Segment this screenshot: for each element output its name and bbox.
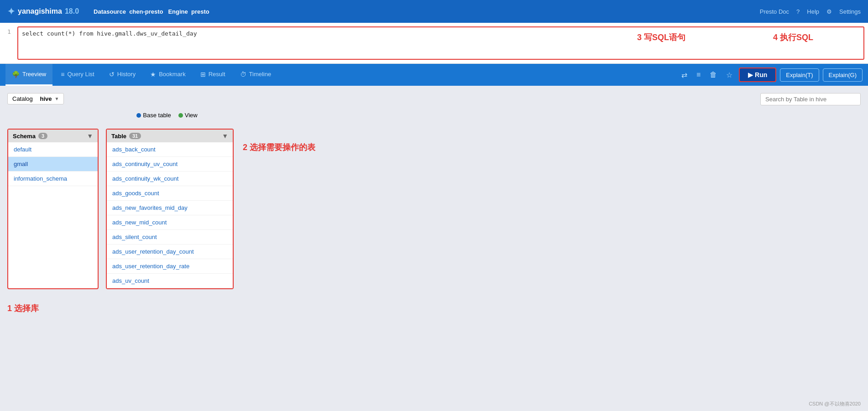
schema-panel-header: Schema 3 ▼ xyxy=(8,130,98,142)
result-icon: ⊞ xyxy=(200,71,206,78)
top-bar-meta: Datasource chen-presto Engine presto xyxy=(94,8,209,15)
catalog-bar: Catalog hive ▼ xyxy=(7,93,235,104)
annotation-select-table: 2 选择需要操作的表 xyxy=(243,142,861,153)
tab-bookmark[interactable]: ★ Bookmark xyxy=(144,64,192,86)
top-bar: ✦ yanagishima 18.0 Datasource chen-prest… xyxy=(0,0,868,23)
tab-treeview[interactable]: 🌳 Treeview xyxy=(5,64,52,86)
tab-querylist[interactable]: ≡ Query List xyxy=(54,64,100,86)
table-item[interactable]: ads_new_mid_count xyxy=(107,215,233,230)
table-item[interactable]: ads_new_favorites_mid_day xyxy=(107,201,233,215)
help-link[interactable]: Help xyxy=(807,8,819,15)
tabs-container: 🌳 Treeview ≡ Query List ↺ History ★ Book… xyxy=(5,64,277,86)
app-name: yanagishima xyxy=(18,7,62,16)
legend-base-table-label: Base table xyxy=(143,112,171,119)
table-item[interactable]: ads_continuity_wk_count xyxy=(107,172,233,186)
schema-filter-icon[interactable]: ▼ xyxy=(87,132,93,140)
table-item[interactable]: ads_silent_count xyxy=(107,230,233,245)
dot-blue xyxy=(136,113,141,118)
schema-item-gmall[interactable]: gmall xyxy=(8,157,98,172)
tab-result[interactable]: ⊞ Result xyxy=(194,64,232,86)
table-list: ads_back_count ads_continuity_uv_count a… xyxy=(107,142,233,288)
annotation-sql: 3 写SQL语句 xyxy=(637,32,685,43)
tab-timeline[interactable]: ⏱ Timeline xyxy=(234,64,278,86)
legend-bar: Base table View xyxy=(136,112,197,119)
editor-area: 1 select count(*) from hive.gmall.dws_uv… xyxy=(0,23,868,64)
top-bar-left: ✦ yanagishima 18.0 Datasource chen-prest… xyxy=(7,6,209,17)
search-input[interactable] xyxy=(760,93,861,105)
right-side: 2 选择需要操作的表 xyxy=(243,93,861,398)
tab-querylist-label: Query List xyxy=(67,71,94,78)
querylist-icon: ≡ xyxy=(61,71,64,78)
explain-t-button[interactable]: Explain(T) xyxy=(780,68,819,82)
table-filter-icon[interactable]: ▼ xyxy=(222,132,228,140)
schema-count-badge: 3 xyxy=(38,133,47,139)
tab-bar: 🌳 Treeview ≡ Query List ↺ History ★ Book… xyxy=(0,64,868,86)
tab-treeview-label: Treeview xyxy=(22,71,46,78)
run-button[interactable]: ▶ Run xyxy=(739,68,776,82)
schema-panel-title: Schema xyxy=(13,133,36,140)
tab-actions: ⇄ ≡ 🗑 ☆ ▶ Run Explain(T) Explain(G) xyxy=(679,68,863,82)
tab-bookmark-label: Bookmark xyxy=(159,71,186,78)
treeview-icon: 🌳 xyxy=(12,71,20,78)
swap-button[interactable]: ⇄ xyxy=(679,69,690,81)
schema-panel: Schema 3 ▼ default gmall information_sch… xyxy=(7,129,99,289)
datasource-label: Datasource xyxy=(94,8,126,15)
engine-value: presto xyxy=(191,8,209,15)
dot-green xyxy=(178,113,183,118)
annotation-select-db: 1 选择库 xyxy=(7,303,235,314)
legend-base-table: Base table xyxy=(136,112,171,119)
table-panel: Table 31 ▼ ads_back_count ads_continuity… xyxy=(106,129,234,289)
tab-history[interactable]: ↺ History xyxy=(103,64,142,86)
bookmark-icon: ★ xyxy=(150,71,156,78)
logo-icon: ✦ xyxy=(7,6,15,17)
timeline-icon: ⏱ xyxy=(240,71,246,78)
tab-timeline-label: Timeline xyxy=(249,71,272,78)
datasource-value: chen-presto xyxy=(129,8,163,15)
engine-label: Engine xyxy=(168,8,188,15)
sql-editor[interactable]: select count(*) from hive.gmall.dws_uv_d… xyxy=(17,26,864,60)
table-item[interactable]: ads_back_count xyxy=(107,142,233,157)
table-item[interactable]: ads_uv_count xyxy=(107,274,233,288)
top-bar-right: Presto Doc ? Help ⚙ Settings xyxy=(760,8,861,15)
line-number: 1 xyxy=(4,26,17,60)
catalog-dropdown[interactable]: Catalog hive ▼ xyxy=(7,93,64,104)
tab-result-label: Result xyxy=(209,71,225,78)
table-panel-header: Table 31 ▼ xyxy=(107,130,233,142)
table-item[interactable]: ads_user_retention_day_rate xyxy=(107,259,233,274)
table-item[interactable]: ads_continuity_uv_count xyxy=(107,157,233,172)
logo: ✦ yanagishima 18.0 xyxy=(7,6,79,17)
presto-doc-link[interactable]: Presto Doc xyxy=(760,8,789,15)
table-panel-title-container: Table 31 xyxy=(111,133,141,140)
history-icon: ↺ xyxy=(109,71,115,78)
annotation-run: 4 执行SQL xyxy=(773,32,813,43)
panels-row: Schema 3 ▼ default gmall information_sch… xyxy=(7,129,235,289)
table-panel-title: Table xyxy=(111,133,126,140)
schema-item-default[interactable]: default xyxy=(8,142,98,157)
catalog-value: hive xyxy=(40,95,52,102)
main-content: Catalog hive ▼ Base table View xyxy=(0,86,868,405)
app-version: 18.0 xyxy=(65,7,79,16)
settings-link[interactable]: Settings xyxy=(839,8,861,15)
star-button[interactable]: ☆ xyxy=(723,69,735,81)
search-bar xyxy=(243,93,861,105)
table-item[interactable]: ads_goods_count xyxy=(107,186,233,201)
trash-button[interactable]: 🗑 xyxy=(707,69,720,81)
schema-list: default gmall information_schema xyxy=(8,142,98,288)
catalog-label: Catalog xyxy=(12,95,33,102)
tab-history-label: History xyxy=(117,71,136,78)
table-count-badge: 31 xyxy=(129,133,141,139)
schema-panel-title-container: Schema 3 xyxy=(13,133,47,140)
explain-g-button[interactable]: Explain(G) xyxy=(823,68,863,82)
table-item[interactable]: ads_user_retention_day_count xyxy=(107,245,233,259)
legend-view: View xyxy=(178,112,198,119)
left-panel: Catalog hive ▼ Base table View xyxy=(7,93,235,398)
schema-item-information-schema[interactable]: information_schema xyxy=(8,172,98,186)
caret-icon: ▼ xyxy=(54,96,59,101)
footer: CSDN @不以物喜2020 xyxy=(809,401,861,407)
legend-view-label: View xyxy=(185,112,198,119)
list-button[interactable]: ≡ xyxy=(694,69,703,81)
